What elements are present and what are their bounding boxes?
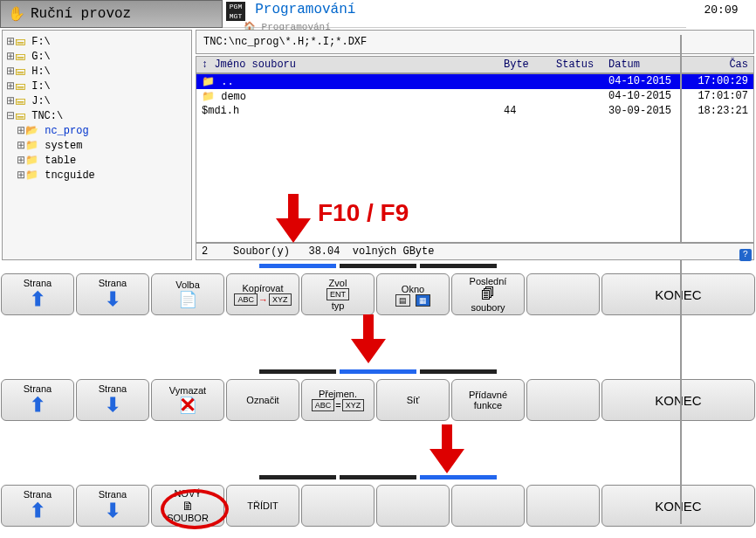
tree-item[interactable]: ⊞📁 table: [6, 153, 188, 168]
tree-item[interactable]: ⊞📁 tncguide: [6, 168, 188, 183]
sort-icon[interactable]: ↕: [202, 59, 208, 71]
arrow-up-icon: ⬆: [30, 500, 45, 522]
softkey-button[interactable]: Strana⬇: [76, 485, 149, 527]
softkey-end-button[interactable]: KONEC: [601, 485, 755, 527]
softkey-tab[interactable]: [340, 475, 416, 479]
softkey-end-button[interactable]: KONEC: [601, 379, 755, 421]
pgm-mgt-icon: PGM MGT: [226, 2, 245, 21]
arrow-up-icon: ⬆: [30, 288, 45, 311]
softkey-tab[interactable]: [259, 475, 336, 479]
softkey-button[interactable]: [376, 485, 450, 527]
col-name[interactable]: Jméno souboru: [214, 59, 504, 71]
col-byte[interactable]: Byte: [504, 59, 556, 71]
tree-item[interactable]: ⊞🖴 F:\: [6, 34, 188, 49]
annotation-text: F10 / F9: [318, 199, 409, 227]
softkey-button[interactable]: ZvolENTtyp: [301, 273, 375, 315]
softkey-button[interactable]: KopírovatABC→XYZ: [226, 273, 299, 315]
softkey-button[interactable]: Strana⬆: [1, 273, 74, 315]
tree-item[interactable]: ⊞🖴 I:\: [6, 79, 188, 93]
help-icon[interactable]: ?: [739, 249, 752, 261]
softkey-tab[interactable]: [420, 369, 497, 374]
arrow-down-icon: ⬇: [105, 288, 120, 311]
path-display: TNC:\nc_prog\*.H;*.I;*.DXF: [196, 30, 754, 54]
softkey-button[interactable]: Strana⬇: [76, 379, 149, 421]
softkey-button[interactable]: TŘÍDIT: [226, 485, 299, 527]
col-time[interactable]: Čas: [687, 59, 748, 71]
softkey-button[interactable]: Strana⬇: [76, 273, 149, 315]
softkey-tab[interactable]: [340, 264, 416, 268]
softkey-page-tabs[interactable]: [0, 473, 756, 481]
file-header[interactable]: ↕ Jméno souboru Byte Status Datum Čas: [196, 56, 754, 73]
arrow-down-icon: ⬇: [105, 394, 120, 417]
title-area: PGM MGT Programování 🏠 Programování: [223, 0, 686, 28]
tree-item[interactable]: ⊟🖴 TNC:\: [6, 108, 188, 123]
ent-icon: ENT: [326, 288, 349, 300]
recent-icon: 🗐: [481, 286, 495, 302]
tree-item[interactable]: ⊞📂 nc_prog: [6, 123, 188, 138]
softkey-button[interactable]: [451, 485, 525, 527]
softkey-tab[interactable]: [420, 475, 497, 479]
softkey-button[interactable]: Přídavnéfunkce: [451, 379, 525, 421]
window-icon: ▤ ▦: [395, 294, 430, 305]
annotation-arrow-2: [351, 314, 386, 363]
operating-mode: ✋ Ruční provoz: [0, 0, 223, 28]
tree-item[interactable]: ⊞📁 system: [6, 138, 188, 153]
softkey-button[interactable]: Síť: [376, 379, 450, 421]
delete-icon: 📄: [178, 396, 197, 415]
new-file-icon: 🗎: [182, 499, 194, 513]
top-bar: ✋ Ruční provoz PGM MGT Programování 🏠 Pr…: [0, 0, 756, 28]
tree-item[interactable]: ⊞🖴 H:\: [6, 64, 188, 79]
softkey-page-tabs[interactable]: [0, 368, 756, 376]
annotation-arrow-1: [276, 194, 311, 243]
softkey-button[interactable]: [301, 485, 375, 527]
rename-icon: ABC=XYZ: [311, 399, 365, 411]
softkey-button[interactable]: Okno▤ ▦: [376, 273, 450, 315]
folder-tree[interactable]: ⊞🖴 F:\⊞🖴 G:\⊞🖴 H:\⊞🖴 I:\⊞🖴 J:\⊟🖴 TNC:\⊞📂…: [2, 30, 192, 260]
hand-icon: ✋: [8, 5, 25, 23]
tree-item[interactable]: ⊞🖴 G:\: [6, 49, 188, 64]
softkey-button[interactable]: [526, 379, 600, 421]
softkey-button[interactable]: Volba📄: [151, 273, 224, 315]
softkey-end-button[interactable]: KONEC: [601, 273, 755, 315]
file-row[interactable]: 📁 ..04-10-201517:00:29: [196, 74, 753, 89]
copy-icon: ABC→XYZ: [233, 293, 292, 306]
page-title: Programování: [255, 2, 355, 17]
softkey-button[interactable]: Vymazat📄: [151, 379, 224, 421]
col-date[interactable]: Datum: [608, 59, 687, 71]
softkey-tab[interactable]: [340, 369, 416, 374]
softkey-button[interactable]: Přejmen.ABC=XYZ: [301, 379, 375, 421]
file-row[interactable]: 📁 demo04-10-201517:01:07: [196, 89, 753, 104]
softkey-bar: Strana⬆Strana⬇Volba📄KopírovatABC→XYZZvol…: [0, 273, 756, 315]
softkey-tab[interactable]: [420, 264, 497, 268]
mode-label: Ruční provoz: [31, 6, 131, 22]
softkey-button[interactable]: Označit: [226, 379, 299, 421]
softkey-button[interactable]: Poslední🗐soubory: [451, 273, 525, 315]
softkey-bar: Strana⬆Strana⬇Vymazat📄OznačitPřejmen.ABC…: [0, 379, 756, 421]
page-icon: 📄: [178, 290, 197, 309]
softkey-bar: Strana⬆Strana⬇NOVÝ🗎SOUBORTŘÍDITKONEC: [0, 485, 756, 527]
annotation-arrow-3: [430, 424, 464, 473]
softkey-button[interactable]: [526, 273, 600, 315]
softkey-tab[interactable]: [259, 264, 336, 268]
softkey-button[interactable]: Strana⬆: [1, 379, 74, 421]
clock: 20:09: [686, 0, 756, 28]
file-row[interactable]: $mdi.h4430-09-201518:23:21: [196, 104, 753, 118]
softkey-tab[interactable]: [259, 369, 336, 374]
arrow-down-icon: ⬇: [105, 500, 120, 522]
softkey-button[interactable]: NOVÝ🗎SOUBOR: [151, 485, 224, 527]
softkey-page-tabs[interactable]: [0, 262, 756, 270]
status-line: 2 Soubor(y) 38.04 volných GByte ?: [196, 243, 754, 260]
tree-item[interactable]: ⊞🖴 J:\: [6, 93, 188, 108]
col-status[interactable]: Status: [556, 59, 608, 71]
arrow-up-icon: ⬆: [30, 394, 45, 417]
softkey-button[interactable]: Strana⬆: [1, 485, 74, 527]
softkey-button[interactable]: [526, 485, 600, 527]
